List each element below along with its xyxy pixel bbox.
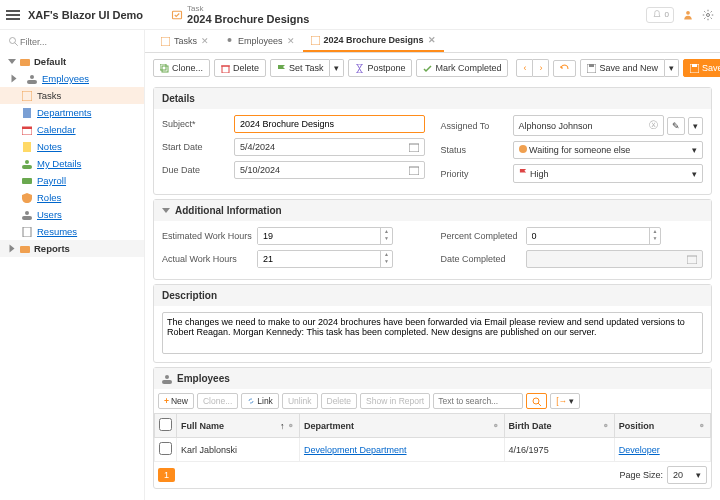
nav-resumes[interactable]: Resumes <box>0 223 144 240</box>
gear-icon[interactable] <box>702 9 714 21</box>
money-icon <box>22 176 32 186</box>
details-panel: Details Subject* Start Date5/4/2024 Due … <box>153 87 712 195</box>
page-size-select[interactable]: 20▾ <box>667 466 707 484</box>
next-button[interactable]: › <box>533 59 549 77</box>
page-title: 2024 Brochure Designs <box>187 13 309 25</box>
col-fullname[interactable]: Full Name ↑ ⚬ <box>177 414 300 438</box>
col-department[interactable]: Department⚬ <box>299 414 504 438</box>
show-report-button[interactable]: Show in Report <box>360 393 430 409</box>
brand: XAF's Blazor UI Demo <box>28 9 143 21</box>
nav-departments[interactable]: Departments <box>0 104 144 121</box>
svg-point-1 <box>686 10 690 14</box>
nav-employees[interactable]: Employees <box>0 70 144 87</box>
page-size-label: Page Size: <box>619 470 663 480</box>
svg-rect-28 <box>692 64 697 67</box>
header: XAF's Blazor UI Demo Task 2024 Brochure … <box>0 0 720 30</box>
status-select[interactable]: Waiting for someone else▾ <box>513 141 704 159</box>
save-new-dropdown[interactable]: ▾ <box>665 59 679 77</box>
close-icon[interactable]: ✕ <box>428 35 436 45</box>
col-position[interactable]: Position⚬ <box>614 414 710 438</box>
filter-input[interactable] <box>20 37 136 47</box>
postpone-button[interactable]: Postpone <box>348 59 412 77</box>
pct-input[interactable]: ▲▼ <box>526 227 662 245</box>
user-icon[interactable] <box>682 9 694 21</box>
save-button[interactable]: Save <box>683 59 720 77</box>
assigned-label: Assigned To <box>441 121 513 131</box>
svg-rect-31 <box>687 256 697 264</box>
row-checkbox[interactable] <box>159 442 172 455</box>
export-button[interactable]: [→▾ <box>550 393 580 409</box>
nav-tasks[interactable]: Tasks <box>0 87 144 104</box>
grid-search-input[interactable] <box>433 393 523 409</box>
select-all-checkbox[interactable] <box>159 418 172 431</box>
search-button[interactable] <box>526 393 547 409</box>
calendar-icon <box>409 165 419 175</box>
unlink-button[interactable]: Unlink <box>282 393 318 409</box>
cell-dept-link[interactable]: Development Department <box>304 445 407 455</box>
svg-rect-29 <box>409 144 419 152</box>
delete-button[interactable]: Delete <box>321 393 358 409</box>
assigned-select[interactable]: Alphonso Johnsonⓧ <box>513 115 665 136</box>
flag-icon <box>277 64 286 73</box>
close-icon[interactable]: ✕ <box>201 36 209 46</box>
clone-button[interactable]: Clone... <box>153 59 210 77</box>
close-icon[interactable]: ✕ <box>287 36 295 46</box>
sidebar-search[interactable] <box>0 34 144 50</box>
priority-select[interactable]: High▾ <box>513 164 704 183</box>
settask-dropdown[interactable]: ▾ <box>330 59 344 77</box>
tab-employees[interactable]: Employees✕ <box>217 30 303 52</box>
svg-rect-26 <box>589 64 594 67</box>
act-hours-input[interactable]: ▲▼ <box>257 250 393 268</box>
subject-input[interactable] <box>234 115 425 133</box>
nav-calendar[interactable]: Calendar <box>0 121 144 138</box>
clone-button[interactable]: Clone... <box>197 393 238 409</box>
save-icon <box>587 64 596 73</box>
nav-group-reports[interactable]: Reports <box>0 240 144 257</box>
tab-tasks[interactable]: Tasks✕ <box>153 30 217 52</box>
folder-icon <box>20 57 30 67</box>
nav-group-default[interactable]: Default <box>0 53 144 70</box>
prev-button[interactable]: ‹ <box>516 59 533 77</box>
svg-point-2 <box>707 13 710 16</box>
link-button[interactable]: Link <box>241 393 279 409</box>
nav-notes[interactable]: Notes <box>0 138 144 155</box>
col-birthdate[interactable]: Birth Date⚬ <box>504 414 614 438</box>
svg-rect-18 <box>20 246 30 253</box>
additional-header[interactable]: Additional Information <box>154 200 711 221</box>
nav-mydetails[interactable]: My Details <box>0 155 144 172</box>
description-panel: Description <box>153 284 712 363</box>
note-icon <box>22 142 32 152</box>
nav-users[interactable]: Users <box>0 206 144 223</box>
start-label: Start Date <box>162 142 234 152</box>
save-new-button[interactable]: Save and New <box>580 59 665 77</box>
breadcrumb: Task <box>187 4 309 13</box>
due-date-input[interactable]: 5/10/2024 <box>234 161 425 179</box>
bell-icon <box>651 9 663 21</box>
edit-assigned-button[interactable]: ✎ <box>667 117 685 135</box>
date-completed-input[interactable] <box>526 250 704 268</box>
mark-complete-button[interactable]: Mark Completed <box>416 59 508 77</box>
tab-brochure[interactable]: 2024 Brochure Designs✕ <box>303 30 444 52</box>
assigned-dropdown[interactable]: ▾ <box>688 117 703 135</box>
employees-panel: Employees +New Clone... Link Unlink Dele… <box>153 367 712 489</box>
page-1-button[interactable]: 1 <box>158 468 175 482</box>
svg-rect-21 <box>311 36 320 45</box>
employees-grid: Full Name ↑ ⚬ Department⚬ Birth Date⚬ Po… <box>154 413 711 462</box>
people-icon <box>225 37 234 46</box>
settask-button[interactable]: Set Task <box>270 59 330 77</box>
employees-header: Employees <box>154 368 711 389</box>
refresh-button[interactable] <box>553 60 576 77</box>
menu-toggle[interactable] <box>6 8 20 22</box>
cell-pos-link[interactable]: Developer <box>619 445 660 455</box>
description-textarea[interactable] <box>162 312 703 354</box>
nav-roles[interactable]: Roles <box>0 189 144 206</box>
table-row[interactable]: Karl Jablonski Development Department 4/… <box>155 438 711 462</box>
notifications-button[interactable]: 0 <box>646 7 674 23</box>
svg-rect-10 <box>22 127 32 129</box>
dc-label: Date Completed <box>441 254 526 264</box>
new-button[interactable]: +New <box>158 393 194 409</box>
est-hours-input[interactable]: ▲▼ <box>257 227 393 245</box>
start-date-input[interactable]: 5/4/2024 <box>234 138 425 156</box>
nav-payroll[interactable]: Payroll <box>0 172 144 189</box>
delete-button[interactable]: Delete <box>214 59 266 77</box>
